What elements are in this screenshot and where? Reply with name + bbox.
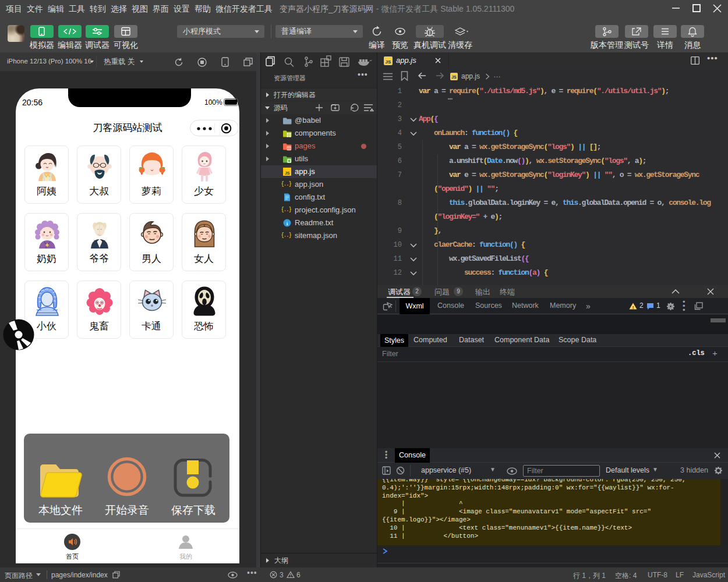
svg-text:<>: <> <box>287 147 291 151</box>
svg-text:JS: JS <box>386 59 391 65</box>
svg-text:JS: JS <box>451 75 457 79</box>
svg-text:!: ! <box>632 305 634 310</box>
svg-text:JS: JS <box>285 171 290 175</box>
